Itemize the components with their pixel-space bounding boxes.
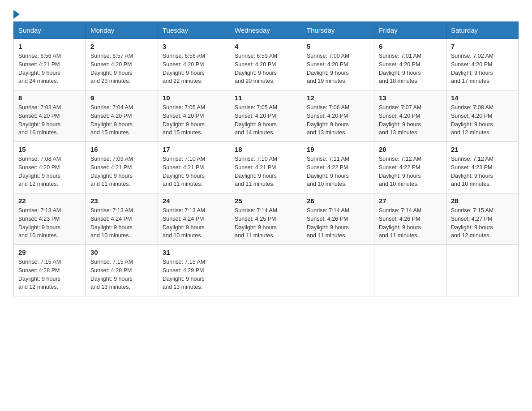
day-info: Sunrise: 7:13 AM Sunset: 4:24 PM Dayligh… [90,206,153,240]
header-day-sunday: Sunday [14,22,86,39]
day-number: 21 [451,146,514,153]
day-number: 27 [379,197,442,205]
header-day-friday: Friday [374,22,446,39]
day-number: 18 [235,146,297,153]
calendar-cell: 16 Sunrise: 7:09 AM Sunset: 4:21 PM Dayl… [86,142,158,193]
calendar-cell [446,245,519,296]
day-info: Sunrise: 7:08 AM Sunset: 4:20 PM Dayligh… [18,155,81,188]
day-info: Sunrise: 7:05 AM Sunset: 4:20 PM Dayligh… [235,103,297,137]
day-number: 14 [451,94,514,102]
day-number: 23 [90,197,153,205]
calendar-cell: 14 Sunrise: 7:08 AM Sunset: 4:20 PM Dayl… [446,90,519,142]
page-header [13,9,519,17]
calendar-cell: 24 Sunrise: 7:13 AM Sunset: 4:24 PM Dayl… [158,193,230,245]
day-info: Sunrise: 6:59 AM Sunset: 4:20 PM Dayligh… [235,52,297,86]
day-info: Sunrise: 6:56 AM Sunset: 4:21 PM Dayligh… [18,52,81,86]
logo-arrow-icon [13,10,20,19]
calendar-cell: 6 Sunrise: 7:01 AM Sunset: 4:20 PM Dayli… [374,39,446,90]
calendar-cell: 10 Sunrise: 7:05 AM Sunset: 4:20 PM Dayl… [158,90,230,142]
calendar-cell: 4 Sunrise: 6:59 AM Sunset: 4:20 PM Dayli… [230,39,302,90]
calendar-cell: 8 Sunrise: 7:03 AM Sunset: 4:20 PM Dayli… [14,90,86,142]
day-number: 31 [163,248,225,256]
calendar-cell: 17 Sunrise: 7:10 AM Sunset: 4:21 PM Dayl… [158,142,230,193]
day-number: 24 [163,197,225,205]
calendar-cell: 3 Sunrise: 6:58 AM Sunset: 4:20 PM Dayli… [158,39,230,90]
calendar-cell [374,245,446,296]
day-number: 5 [307,43,369,50]
calendar-cell: 28 Sunrise: 7:15 AM Sunset: 4:27 PM Dayl… [446,193,519,245]
day-number: 25 [235,197,297,205]
calendar-cell: 27 Sunrise: 7:14 AM Sunset: 4:26 PM Dayl… [374,193,446,245]
day-number: 9 [90,94,153,102]
week-row: 15 Sunrise: 7:08 AM Sunset: 4:20 PM Dayl… [14,142,519,193]
calendar-cell: 23 Sunrise: 7:13 AM Sunset: 4:24 PM Dayl… [86,193,158,245]
calendar-table: SundayMondayTuesdayWednesdayThursdayFrid… [13,21,519,296]
calendar-cell: 11 Sunrise: 7:05 AM Sunset: 4:20 PM Dayl… [230,90,302,142]
logo [13,9,20,17]
day-number: 12 [307,94,369,102]
calendar-header: SundayMondayTuesdayWednesdayThursdayFrid… [14,22,519,39]
day-info: Sunrise: 7:06 AM Sunset: 4:20 PM Dayligh… [307,103,369,137]
calendar-cell: 5 Sunrise: 7:00 AM Sunset: 4:20 PM Dayli… [302,39,374,90]
day-number: 4 [235,43,297,50]
calendar-cell: 12 Sunrise: 7:06 AM Sunset: 4:20 PM Dayl… [302,90,374,142]
day-info: Sunrise: 7:15 AM Sunset: 4:29 PM Dayligh… [163,258,225,291]
calendar-cell: 21 Sunrise: 7:12 AM Sunset: 4:23 PM Dayl… [446,142,519,193]
calendar-cell: 2 Sunrise: 6:57 AM Sunset: 4:20 PM Dayli… [86,39,158,90]
calendar-cell: 9 Sunrise: 7:04 AM Sunset: 4:20 PM Dayli… [86,90,158,142]
week-row: 22 Sunrise: 7:13 AM Sunset: 4:23 PM Dayl… [14,193,519,245]
calendar-cell: 31 Sunrise: 7:15 AM Sunset: 4:29 PM Dayl… [158,245,230,296]
day-number: 1 [18,43,81,50]
day-number: 6 [379,43,442,50]
day-info: Sunrise: 7:14 AM Sunset: 4:25 PM Dayligh… [235,206,297,240]
day-number: 30 [90,248,153,256]
day-info: Sunrise: 7:05 AM Sunset: 4:20 PM Dayligh… [163,103,225,137]
calendar-cell: 20 Sunrise: 7:12 AM Sunset: 4:22 PM Dayl… [374,142,446,193]
calendar-cell [302,245,374,296]
calendar-cell: 25 Sunrise: 7:14 AM Sunset: 4:25 PM Dayl… [230,193,302,245]
day-info: Sunrise: 7:08 AM Sunset: 4:20 PM Dayligh… [451,103,514,137]
day-number: 13 [379,94,442,102]
day-info: Sunrise: 7:09 AM Sunset: 4:21 PM Dayligh… [90,155,153,188]
day-number: 16 [90,146,153,153]
calendar-cell [230,245,302,296]
calendar-cell: 13 Sunrise: 7:07 AM Sunset: 4:20 PM Dayl… [374,90,446,142]
calendar-cell: 15 Sunrise: 7:08 AM Sunset: 4:20 PM Dayl… [14,142,86,193]
day-number: 11 [235,94,297,102]
calendar-cell: 22 Sunrise: 7:13 AM Sunset: 4:23 PM Dayl… [14,193,86,245]
day-number: 17 [163,146,225,153]
day-info: Sunrise: 7:00 AM Sunset: 4:20 PM Dayligh… [307,52,369,86]
day-info: Sunrise: 7:10 AM Sunset: 4:21 PM Dayligh… [163,155,225,188]
day-number: 10 [163,94,225,102]
day-info: Sunrise: 7:04 AM Sunset: 4:20 PM Dayligh… [90,103,153,137]
day-info: Sunrise: 7:14 AM Sunset: 4:26 PM Dayligh… [379,206,442,240]
calendar-body: 1 Sunrise: 6:56 AM Sunset: 4:21 PM Dayli… [14,39,519,296]
calendar-cell: 19 Sunrise: 7:11 AM Sunset: 4:22 PM Dayl… [302,142,374,193]
day-number: 7 [451,43,514,50]
day-number: 15 [18,146,81,153]
day-info: Sunrise: 7:15 AM Sunset: 4:28 PM Dayligh… [18,258,81,291]
calendar-cell: 18 Sunrise: 7:10 AM Sunset: 4:21 PM Dayl… [230,142,302,193]
day-info: Sunrise: 7:01 AM Sunset: 4:20 PM Dayligh… [379,52,442,86]
calendar-cell: 1 Sunrise: 6:56 AM Sunset: 4:21 PM Dayli… [14,39,86,90]
day-number: 26 [307,197,369,205]
day-number: 19 [307,146,369,153]
calendar-cell: 7 Sunrise: 7:02 AM Sunset: 4:20 PM Dayli… [446,39,519,90]
day-info: Sunrise: 6:58 AM Sunset: 4:20 PM Dayligh… [163,52,225,86]
day-number: 8 [18,94,81,102]
calendar-cell: 30 Sunrise: 7:15 AM Sunset: 4:28 PM Dayl… [86,245,158,296]
header-row: SundayMondayTuesdayWednesdayThursdayFrid… [14,22,519,39]
day-info: Sunrise: 6:57 AM Sunset: 4:20 PM Dayligh… [90,52,153,86]
day-info: Sunrise: 7:12 AM Sunset: 4:22 PM Dayligh… [379,155,442,188]
header-day-tuesday: Tuesday [158,22,230,39]
day-number: 3 [163,43,225,50]
day-info: Sunrise: 7:11 AM Sunset: 4:22 PM Dayligh… [307,155,369,188]
header-day-saturday: Saturday [446,22,519,39]
day-info: Sunrise: 7:15 AM Sunset: 4:27 PM Dayligh… [451,206,514,240]
day-number: 28 [451,197,514,205]
day-number: 20 [379,146,442,153]
week-row: 8 Sunrise: 7:03 AM Sunset: 4:20 PM Dayli… [14,90,519,142]
header-day-thursday: Thursday [302,22,374,39]
day-info: Sunrise: 7:03 AM Sunset: 4:20 PM Dayligh… [18,103,81,137]
day-info: Sunrise: 7:13 AM Sunset: 4:23 PM Dayligh… [18,206,81,240]
